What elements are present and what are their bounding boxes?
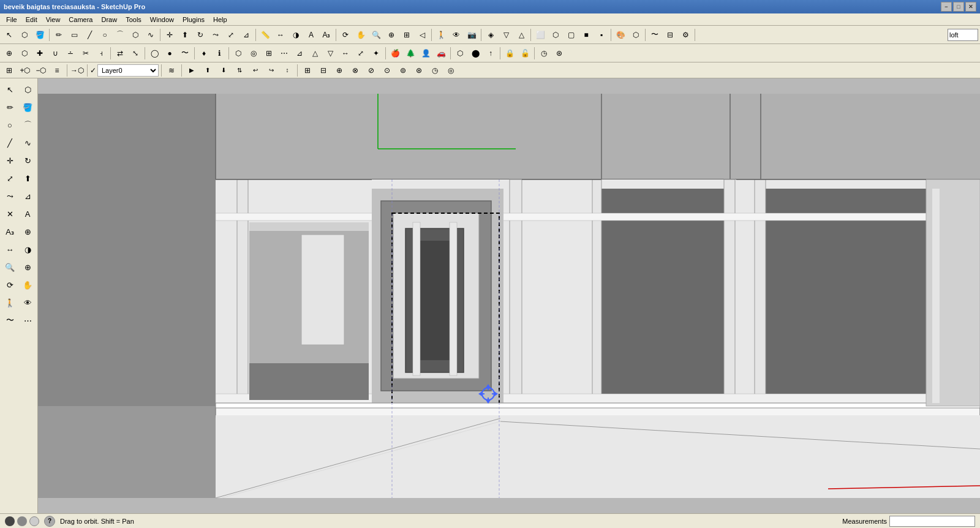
tb3-ext7[interactable]: ⊚ (396, 63, 410, 78)
lt-zoom[interactable]: 🔍 (1, 258, 18, 276)
help-icon[interactable]: ? (44, 516, 55, 527)
tb2-ext5[interactable]: ⊿ (292, 46, 307, 61)
tb3-ext8[interactable]: ⊛ (412, 63, 426, 78)
tb3-ext6[interactable]: ⊙ (380, 63, 394, 78)
tool-offset[interactable]: ⊿ (239, 28, 254, 42)
tool-text[interactable]: A (304, 28, 318, 42)
tb3-ext5[interactable]: ⊘ (364, 63, 379, 78)
tb3-ext2[interactable]: ⊟ (316, 63, 331, 78)
tb2-ext6[interactable]: △ (307, 46, 322, 61)
lt-offset[interactable]: ⊿ (19, 187, 36, 205)
tool-look-around[interactable]: 👁 (449, 28, 464, 42)
tb3-ext9[interactable]: ◷ (428, 63, 442, 78)
tb2-ext14[interactable]: 🚗 (434, 46, 448, 61)
maximize-button[interactable]: □ (953, 2, 964, 12)
tb3-scene4[interactable]: ⇅ (232, 63, 247, 78)
lt-move[interactable]: ✛ (1, 152, 18, 169)
viewport[interactable] (38, 78, 980, 513)
lt-lookaround[interactable]: 👁 (19, 294, 36, 311)
tb2-ext13[interactable]: 👤 (418, 46, 433, 61)
tool-section[interactable]: ⊟ (663, 28, 677, 42)
tb2-intersect[interactable]: ✚ (32, 46, 47, 61)
tool-select[interactable]: ↖ (2, 28, 17, 42)
tb2-trim[interactable]: ✂ (78, 46, 93, 61)
tool-scale[interactable]: ⤢ (224, 28, 238, 42)
tb3-scene2[interactable]: ⬆ (200, 63, 215, 78)
view-iso[interactable]: ◈ (483, 28, 498, 42)
lt-orbit[interactable]: ⟳ (1, 276, 18, 293)
tool-rectangle[interactable]: ▭ (67, 28, 81, 42)
tb3-ext4[interactable]: ⊗ (348, 63, 363, 78)
tool-dynamic[interactable]: ⚙ (678, 28, 693, 42)
lt-freehand[interactable]: ∿ (19, 134, 36, 151)
tb2-ext4[interactable]: ⋯ (277, 46, 292, 61)
layer-dropdown[interactable]: Layer0 (97, 64, 159, 77)
tb2-subtract[interactable]: ∸ (63, 46, 78, 61)
tb2-flip-along[interactable]: ⇄ (113, 46, 127, 61)
style-wireframe[interactable]: ⬡ (548, 28, 563, 42)
tool-prev-view[interactable]: ◁ (415, 28, 429, 42)
lt-select[interactable]: ↖ (1, 81, 18, 98)
lt-followme[interactable]: ⤳ (1, 187, 18, 205)
lt-3dtext[interactable]: A₃ (1, 223, 18, 240)
tb2-scale-def[interactable]: ⤡ (128, 46, 143, 61)
tool-rotate[interactable]: ↻ (193, 28, 208, 42)
tb3-scene5[interactable]: ↩ (248, 63, 263, 78)
lt-walk[interactable]: 🚶 (1, 294, 18, 311)
tb2-outer-shell[interactable]: ⬡ (17, 46, 32, 61)
tool-position-camera[interactable]: 📷 (464, 28, 479, 42)
lt-rotate[interactable]: ↻ (19, 152, 36, 169)
tb2-hide[interactable]: ◯ (147, 46, 162, 61)
tb3-ext10[interactable]: ◎ (443, 63, 458, 78)
style-xray[interactable]: ⬜ (533, 28, 548, 42)
lt-dim[interactable]: ↔ (1, 241, 18, 258)
tb3-ext1[interactable]: ⊞ (300, 63, 315, 78)
tb2-ext7[interactable]: ▽ (323, 46, 337, 61)
tool-tape-measure[interactable]: 📏 (258, 28, 273, 42)
tool-pan[interactable]: ✋ (353, 28, 368, 42)
tb3-move-to-layer[interactable]: →⬡ (70, 63, 85, 78)
tb2-ext11[interactable]: 🍎 (388, 46, 402, 61)
tb2-ext20[interactable]: ◷ (537, 46, 551, 61)
tool-freehand[interactable]: ∿ (143, 28, 158, 42)
lt-paint[interactable]: 🪣 (19, 99, 36, 116)
minimize-button[interactable]: − (941, 2, 952, 12)
tb2-ext2[interactable]: ◎ (246, 46, 261, 61)
tb2-ext8[interactable]: ↔ (338, 46, 353, 61)
view-front[interactable]: △ (514, 28, 529, 42)
tool-3d-text[interactable]: A₃ (319, 28, 334, 42)
tb3-scene1[interactable]: ▶ (184, 63, 199, 78)
tb2-split[interactable]: ⫞ (94, 46, 108, 61)
menu-help[interactable]: Help (209, 15, 231, 25)
tb2-ext18[interactable]: 🔒 (502, 46, 517, 61)
lt-protractor[interactable]: ◑ (19, 241, 36, 258)
tb2-ext16[interactable]: ⬤ (468, 46, 483, 61)
tb2-ext10[interactable]: ✦ (369, 46, 383, 61)
tb2-solid-tools[interactable]: ⊕ (2, 46, 17, 61)
tool-walk[interactable]: 🚶 (434, 28, 448, 42)
lt-eraser[interactable]: ✏ (1, 99, 18, 116)
style-shaded-texture[interactable]: ▪ (594, 28, 609, 42)
tool-orbit[interactable]: ⟳ (338, 28, 353, 42)
menu-camera[interactable]: Camera (65, 15, 96, 25)
lt-text[interactable]: A (19, 205, 36, 222)
menu-file[interactable]: File (2, 15, 21, 25)
tb2-ext17[interactable]: ↑ (483, 46, 498, 61)
style-hidden-line[interactable]: ▢ (564, 28, 578, 42)
view-top[interactable]: ▽ (499, 28, 513, 42)
tool-dimensions[interactable]: ↔ (273, 28, 288, 42)
tool-pushpull[interactable]: ⬆ (178, 28, 192, 42)
tb2-ext1[interactable]: ⬡ (231, 46, 246, 61)
tb3-layers[interactable]: ⊞ (2, 63, 17, 78)
tb2-entity[interactable]: ℹ (212, 46, 227, 61)
close-button[interactable]: ✕ (965, 2, 976, 12)
tb2-soften[interactable]: 〜 (178, 46, 192, 61)
tb2-ext21[interactable]: ⊛ (552, 46, 567, 61)
tb3-ext3[interactable]: ⊕ (332, 63, 347, 78)
menu-tools[interactable]: Tools (122, 15, 145, 25)
tool-followme[interactable]: ⤳ (208, 28, 223, 42)
tb2-ext19[interactable]: 🔓 (518, 46, 532, 61)
tool-line[interactable]: ╱ (82, 28, 97, 42)
tb3-scene7[interactable]: ↕ (280, 63, 295, 78)
lt-sand-contours[interactable]: ⋯ (19, 312, 36, 329)
